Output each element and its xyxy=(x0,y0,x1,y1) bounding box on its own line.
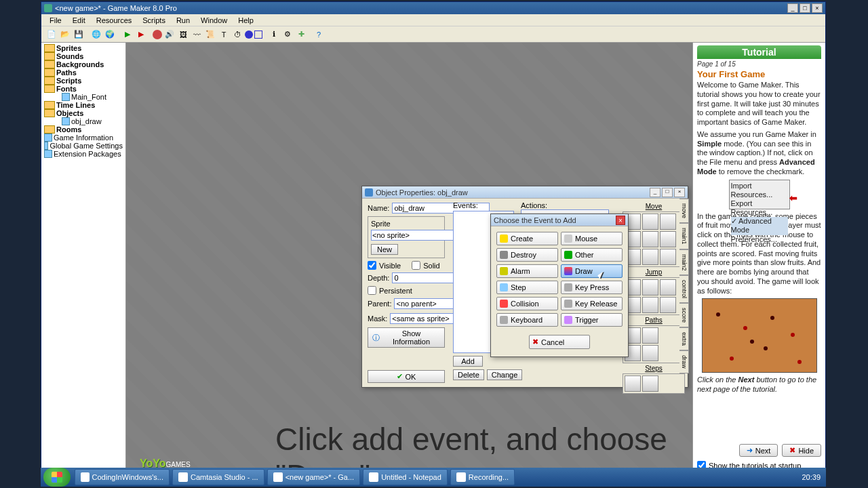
start-button[interactable] xyxy=(43,468,71,487)
publish-icon[interactable]: 🌍 xyxy=(104,28,116,41)
tree-objects[interactable]: Objects xyxy=(56,109,83,117)
font-icon[interactable]: T xyxy=(218,28,230,41)
tab-extra[interactable]: extra xyxy=(679,327,689,350)
menu-edit[interactable]: Edit xyxy=(70,16,88,24)
tab-move[interactable]: move xyxy=(679,199,689,223)
new-sprite-button[interactable]: New xyxy=(371,244,398,255)
gameinfo-icon[interactable]: ℹ xyxy=(268,28,280,41)
action-button[interactable] xyxy=(642,345,658,361)
tree-scripts[interactable]: Scripts xyxy=(56,77,81,85)
menu-run[interactable]: Run xyxy=(174,16,193,24)
event-alarm-button[interactable]: Alarm xyxy=(496,264,558,278)
tree-global-settings[interactable]: Global Game Settings xyxy=(50,142,123,150)
tree-main-font[interactable]: Main_Font xyxy=(71,93,106,101)
action-button[interactable] xyxy=(660,249,676,265)
tab-score[interactable]: score xyxy=(679,303,689,327)
help-icon[interactable]: ? xyxy=(313,28,325,41)
menu-help[interactable]: Help xyxy=(235,16,256,24)
system-tray-time[interactable]: 20:39 xyxy=(796,473,826,481)
object-icon[interactable] xyxy=(245,30,253,39)
action-button[interactable] xyxy=(660,279,676,296)
action-button[interactable] xyxy=(642,249,658,265)
tab-control[interactable]: control xyxy=(679,275,689,303)
event-draw-button[interactable]: Draw xyxy=(561,264,623,278)
event-keypress-button[interactable]: Key Press xyxy=(561,281,623,294)
tree-sounds[interactable]: Sounds xyxy=(56,52,83,60)
settings-icon[interactable]: ⚙ xyxy=(281,28,294,41)
action-button[interactable] xyxy=(642,375,658,392)
menu-scripts[interactable]: Scripts xyxy=(140,16,168,24)
tree-game-info[interactable]: Game Information xyxy=(54,134,113,142)
visible-checkbox[interactable] xyxy=(368,261,376,270)
dialog-close[interactable]: × xyxy=(674,188,685,197)
tab-draw[interactable]: draw xyxy=(679,350,689,373)
tab-main2[interactable]: main2 xyxy=(679,249,689,276)
action-button[interactable] xyxy=(642,231,658,247)
dialog-titlebar[interactable]: Object Properties: obj_draw _ □ × xyxy=(362,186,688,199)
timeline-icon[interactable]: ⏱ xyxy=(231,28,243,41)
close-button[interactable]: × xyxy=(812,3,823,13)
taskbar-item[interactable]: <new game>* - Ga... xyxy=(267,469,361,485)
action-button[interactable] xyxy=(642,297,658,313)
event-trigger-button[interactable]: Trigger xyxy=(561,313,623,327)
delete-event-button[interactable]: Delete xyxy=(453,369,484,380)
dialog-minimize[interactable]: _ xyxy=(650,188,660,197)
tree-fonts[interactable]: Fonts xyxy=(56,85,77,93)
tree-sprites[interactable]: Sprites xyxy=(56,44,81,52)
event-cancel-button[interactable]: ✖Cancel xyxy=(529,335,590,349)
menu-file[interactable]: File xyxy=(47,16,64,24)
show-info-button[interactable]: ⓘShow Information xyxy=(368,327,445,348)
menu-window[interactable]: Window xyxy=(198,16,230,24)
action-button[interactable] xyxy=(660,214,676,230)
export-icon[interactable]: 🌐 xyxy=(90,28,102,41)
persistent-checkbox[interactable] xyxy=(368,286,376,295)
tree-extensions[interactable]: Extension Packages xyxy=(54,150,121,158)
action-button[interactable] xyxy=(642,279,658,296)
event-keyboard-button[interactable]: Keyboard xyxy=(496,313,558,327)
tab-main1[interactable]: main1 xyxy=(679,223,689,249)
event-step-button[interactable]: Step xyxy=(496,281,558,294)
event-keyrelease-button[interactable]: Key Release xyxy=(561,297,623,310)
change-event-button[interactable]: Change xyxy=(487,369,523,380)
event-mouse-button[interactable]: Mouse xyxy=(561,232,623,245)
path-icon[interactable]: 〰 xyxy=(191,28,203,41)
save-icon[interactable]: 💾 xyxy=(73,28,85,41)
tutorial-hide-button[interactable]: ✖Hide xyxy=(782,444,821,457)
room-icon[interactable] xyxy=(254,30,262,39)
extension-icon[interactable]: ✚ xyxy=(295,28,307,41)
action-button[interactable] xyxy=(642,214,658,230)
maximize-button[interactable]: □ xyxy=(800,3,810,13)
add-event-button[interactable]: Add xyxy=(453,356,483,367)
event-other-button[interactable]: Other xyxy=(561,248,623,262)
action-button[interactable] xyxy=(660,297,676,313)
action-button[interactable] xyxy=(642,327,658,344)
ok-button[interactable]: ✔OK xyxy=(368,370,445,383)
tree-timelines[interactable]: Time Lines xyxy=(56,101,95,109)
sound-icon[interactable]: 🔊 xyxy=(163,28,176,41)
event-create-button[interactable]: Create xyxy=(496,232,558,245)
script-icon[interactable]: 📜 xyxy=(204,28,216,41)
taskbar-item[interactable]: Untitled - Notepad xyxy=(363,469,448,485)
background-icon[interactable]: 🖼 xyxy=(177,28,189,41)
open-icon[interactable]: 📂 xyxy=(59,28,71,41)
solid-checkbox[interactable] xyxy=(412,261,420,270)
taskbar-item[interactable]: Camtasia Studio - ... xyxy=(172,469,264,485)
taskbar-item[interactable]: CodingInWindows's... xyxy=(75,469,170,485)
resource-tree[interactable]: Sprites Sounds Backgrounds Paths Scripts… xyxy=(41,43,126,472)
tree-paths[interactable]: Paths xyxy=(56,68,77,77)
taskbar-item[interactable]: Recording... xyxy=(450,469,515,485)
debug-icon[interactable]: ▶ xyxy=(135,28,147,41)
tree-backgrounds[interactable]: Backgrounds xyxy=(56,60,104,68)
dialog-maximize[interactable]: □ xyxy=(662,188,673,197)
tree-rooms[interactable]: Rooms xyxy=(56,125,81,134)
new-icon[interactable]: 📄 xyxy=(45,28,58,41)
event-collision-button[interactable]: Collision xyxy=(496,297,558,310)
run-icon[interactable]: ▶ xyxy=(121,28,134,41)
sprite-icon[interactable] xyxy=(153,30,162,39)
menu-resources[interactable]: Resources xyxy=(94,16,135,24)
event-dialog-close-icon[interactable]: × xyxy=(616,216,625,225)
tutorial-next-button[interactable]: ➜Next xyxy=(739,444,778,457)
event-destroy-button[interactable]: Destroy xyxy=(496,248,558,262)
action-button[interactable] xyxy=(625,375,641,392)
tree-obj-draw[interactable]: obj_draw xyxy=(71,117,102,125)
